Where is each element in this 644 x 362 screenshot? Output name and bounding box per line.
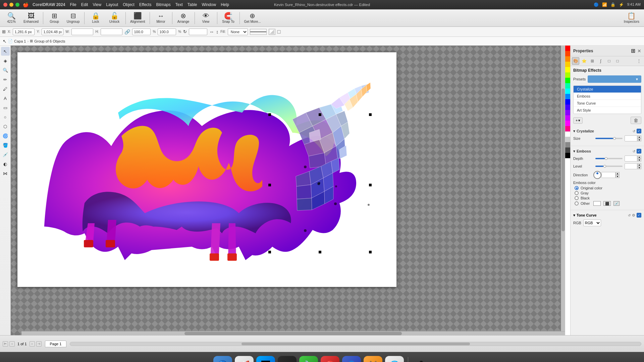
next-page-btn[interactable]: ›	[30, 341, 35, 347]
menu-bitmaps[interactable]: Bitmaps	[156, 2, 170, 7]
effect-art-style[interactable]: Art Style	[574, 107, 641, 114]
menu-view[interactable]: View	[93, 2, 101, 7]
color-light-gray[interactable]	[565, 137, 570, 142]
get-more-btn[interactable]: ⊕ Get More...	[242, 11, 263, 25]
other-color-eyedropper[interactable]: 💉	[613, 201, 620, 206]
menu-layout[interactable]: Layout	[106, 2, 118, 7]
zoom-tool[interactable]: 🔍	[1, 66, 10, 74]
size-value-input[interactable]: 48	[625, 135, 637, 141]
dock-app3[interactable]: 👤	[342, 356, 361, 362]
mirror-v-btn[interactable]: ↕	[216, 29, 218, 35]
mirror-h-btn[interactable]: ↔	[209, 29, 214, 35]
rotation-input[interactable]: 0.0	[189, 28, 207, 35]
add-effect-btn[interactable]: + ▾	[573, 117, 583, 124]
crystallize-toggle[interactable]: ✓	[637, 129, 641, 133]
menu-help[interactable]: Help	[221, 2, 229, 7]
group-name[interactable]: Group of 6 Objects	[34, 39, 65, 43]
alignment-btn[interactable]: ⬛ Alignment	[128, 11, 147, 25]
color-dark-gray[interactable]	[565, 147, 570, 153]
color-black[interactable]	[565, 153, 570, 158]
fill-picker-btn[interactable]	[269, 29, 275, 35]
scrollbar-thumb-h[interactable]	[184, 332, 402, 335]
color-green[interactable]	[565, 78, 570, 83]
rectangle-tool[interactable]: ▭	[1, 103, 10, 112]
color-gray[interactable]	[565, 142, 570, 147]
menu-window[interactable]: Window	[202, 2, 216, 7]
prev-page-btn[interactable]: ‹	[9, 341, 15, 347]
radio-black[interactable]: Black	[575, 196, 641, 200]
vertical-scrollbar[interactable]	[561, 46, 565, 331]
radio-gray[interactable]: Gray	[575, 191, 641, 195]
tab-transform[interactable]: ∫	[597, 57, 604, 65]
size-up[interactable]: ▲	[637, 135, 641, 138]
interactive-fill[interactable]: ◐	[1, 160, 10, 168]
color-violet[interactable]	[565, 110, 570, 115]
color-azure[interactable]	[565, 94, 570, 99]
ellipse-tool[interactable]: ○	[1, 113, 10, 121]
level-down[interactable]: ▼	[637, 166, 641, 169]
page-tab[interactable]: Page 1	[45, 341, 67, 347]
effect-crystallize[interactable]: Crystalize	[574, 86, 641, 93]
color-indigo[interactable]	[565, 105, 570, 110]
last-page-btn[interactable]: ⊣	[36, 341, 42, 347]
w-input[interactable]: 280.3 px	[71, 28, 93, 35]
tab-effects[interactable]: ⊞	[589, 57, 596, 65]
color-red[interactable]	[565, 46, 570, 51]
direction-down[interactable]: ▼	[615, 175, 620, 178]
text-tool[interactable]: A	[1, 94, 10, 103]
scale-w-input[interactable]	[132, 28, 151, 35]
layer-name[interactable]: Capa 1	[14, 39, 26, 43]
dock-app1[interactable]: 🔧	[299, 356, 318, 362]
fill-select[interactable]: None Solid Gradient	[228, 28, 248, 35]
level-thumb[interactable]	[603, 165, 606, 168]
color-yellow-green[interactable]	[565, 72, 570, 78]
delete-effect-btn[interactable]: 🗑	[631, 117, 641, 124]
dock-trash[interactable]: 🗑	[412, 356, 431, 362]
depth-value-input[interactable]: 6	[625, 156, 637, 162]
emboss-header[interactable]: ▾ Emboss ↺ ✓	[573, 149, 641, 154]
effect-emboss[interactable]: Emboss	[574, 93, 641, 100]
lock-ratio-icon[interactable]: 🔗	[124, 29, 130, 35]
arrange-btn[interactable]: ⊗ Arrange	[175, 11, 192, 25]
color-white[interactable]	[565, 131, 570, 137]
depth-slider[interactable]	[595, 158, 623, 159]
direction-wheel[interactable]	[593, 171, 601, 179]
menu-effects[interactable]: Effects	[139, 2, 151, 7]
snap-to-btn[interactable]: 🧲 Snap To	[220, 11, 237, 25]
color-blue[interactable]	[565, 99, 570, 105]
lock-btn[interactable]: 🔒 Lock	[87, 11, 104, 25]
outline-btn[interactable]: □	[277, 29, 281, 35]
first-page-btn[interactable]: ⊢	[3, 341, 8, 347]
size-slider[interactable]	[595, 138, 623, 139]
color-yellow[interactable]	[565, 67, 570, 72]
dock-app4[interactable]: 🦊	[364, 356, 382, 362]
tab-summary[interactable]: □	[614, 57, 621, 65]
crystallize-reset[interactable]: ↺	[633, 129, 635, 133]
color-purple[interactable]	[565, 115, 570, 121]
menu-file[interactable]: File	[70, 2, 76, 7]
radio-original[interactable]: Original color	[575, 186, 641, 190]
tone-reset-icon[interactable]: ↺	[628, 214, 631, 217]
polygon-tool[interactable]: ⬡	[1, 122, 10, 131]
dock-finder[interactable]: 🔵	[213, 356, 232, 362]
panel-expand-icon[interactable]: ⊞	[631, 48, 635, 54]
size-thumb[interactable]	[613, 137, 616, 140]
depth-down[interactable]: ▼	[637, 159, 641, 162]
direction-up[interactable]: ▲	[615, 172, 620, 175]
dock-coreldraw[interactable]: ✏	[278, 356, 297, 362]
color-rose[interactable]	[565, 126, 570, 131]
ungroup-btn[interactable]: ⊟ Ungroup	[64, 11, 82, 25]
zoom-selector[interactable]: 🔍 421%	[3, 11, 20, 25]
presets-dropdown[interactable]: ▼	[588, 75, 641, 83]
group-btn[interactable]: ⊞ Group	[46, 11, 63, 25]
fill-tool[interactable]: 🪣	[1, 141, 10, 149]
emboss-toggle[interactable]: ✓	[637, 149, 641, 154]
pen-tool[interactable]: 🖊	[1, 84, 10, 93]
direction-value-input[interactable]: 45 °	[601, 172, 615, 178]
color-magenta[interactable]	[565, 121, 570, 126]
scrollbar-thumb-v[interactable]	[561, 88, 565, 231]
crystallize-header[interactable]: ▾ Crystalize ↺ ✓	[573, 129, 641, 133]
color-cyan[interactable]	[565, 88, 570, 94]
menu-object[interactable]: Object	[123, 2, 135, 7]
emboss-reset[interactable]: ↺	[633, 149, 635, 153]
